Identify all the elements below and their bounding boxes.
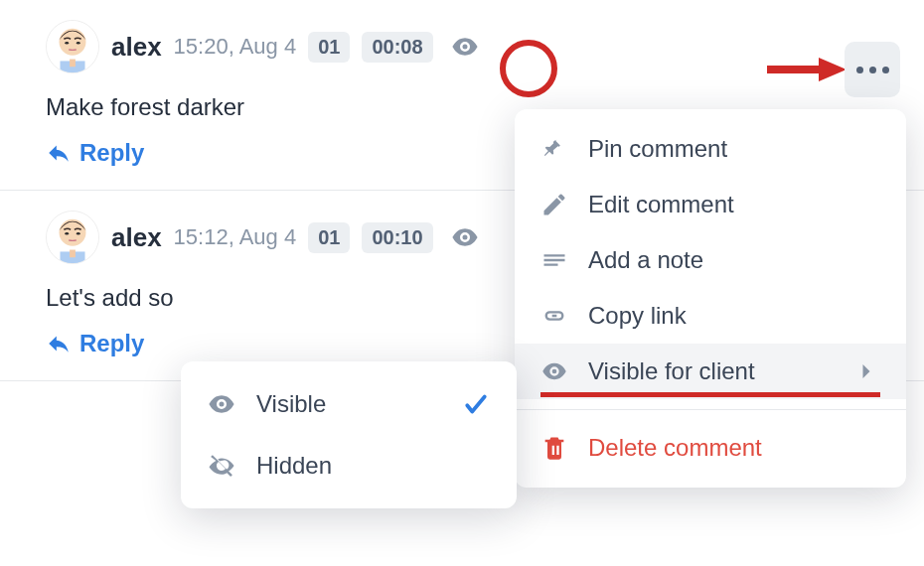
trash-icon	[540, 434, 568, 462]
eye-off-icon	[207, 451, 236, 481]
frame-badge[interactable]: 01	[308, 222, 350, 253]
menu-pin-comment[interactable]: Pin comment	[515, 121, 906, 177]
submenu-hidden[interactable]: Hidden	[181, 435, 517, 496]
submenu-visible[interactable]: Visible	[181, 373, 517, 435]
link-icon	[540, 302, 568, 330]
avatar[interactable]	[46, 211, 99, 264]
comment-timestamp: 15:12, Aug 4	[174, 224, 297, 250]
comment-timestamp: 15:20, Aug 4	[174, 34, 297, 60]
pin-icon	[540, 135, 568, 163]
svg-point-3	[60, 29, 86, 56]
reply-icon	[46, 331, 72, 356]
visibility-submenu: Visible Hidden	[181, 361, 517, 508]
submenu-label: Visible	[256, 390, 326, 418]
submenu-label: Hidden	[256, 452, 332, 480]
menu-label: Edit comment	[588, 191, 734, 218]
eye-icon	[540, 357, 568, 385]
svg-point-10	[65, 232, 69, 235]
menu-edit-comment[interactable]: Edit comment	[515, 177, 906, 232]
pencil-icon	[540, 191, 568, 218]
timecode-badge[interactable]: 00:10	[362, 222, 432, 253]
comment-header: alex 15:20, Aug 4 01 00:08	[46, 20, 894, 73]
menu-label: Add a note	[588, 246, 703, 274]
menu-label: Copy link	[588, 302, 687, 330]
annotation-underline	[540, 392, 880, 397]
menu-delete-comment[interactable]: Delete comment	[515, 420, 906, 476]
menu-copy-link[interactable]: Copy link	[515, 288, 906, 344]
menu-label: Pin comment	[588, 135, 727, 163]
svg-point-5	[77, 42, 80, 45]
menu-separator	[515, 409, 906, 410]
frame-badge[interactable]: 01	[308, 32, 350, 63]
svg-rect-8	[70, 250, 76, 258]
reply-button[interactable]: Reply	[46, 330, 144, 357]
menu-add-note[interactable]: Add a note	[515, 232, 906, 288]
comment-author: alex	[111, 222, 162, 253]
comment-actions-menu: Pin comment Edit comment Add a note Copy…	[515, 109, 906, 488]
svg-rect-2	[70, 60, 76, 68]
visibility-toggle[interactable]	[445, 217, 485, 257]
dots-icon	[856, 67, 863, 73]
reply-icon	[46, 140, 72, 166]
eye-icon	[450, 32, 480, 62]
visibility-toggle[interactable]	[445, 27, 485, 67]
check-icon	[461, 389, 491, 419]
avatar[interactable]	[46, 20, 99, 73]
reply-label: Reply	[79, 330, 144, 357]
eye-icon	[450, 222, 480, 252]
menu-label: Visible for client	[588, 357, 755, 385]
menu-label: Delete comment	[588, 434, 762, 462]
comment-author: alex	[111, 32, 162, 63]
timecode-badge[interactable]: 00:08	[362, 32, 432, 63]
menu-visible-for-client[interactable]: Visible for client	[515, 344, 906, 399]
svg-point-9	[60, 219, 86, 246]
reply-button[interactable]: Reply	[46, 139, 144, 167]
eye-icon	[207, 389, 236, 419]
svg-point-4	[65, 42, 69, 45]
reply-label: Reply	[79, 139, 144, 167]
chevron-right-icon	[852, 357, 880, 385]
more-button[interactable]	[845, 42, 900, 97]
note-icon	[540, 246, 568, 274]
svg-point-11	[77, 232, 80, 235]
